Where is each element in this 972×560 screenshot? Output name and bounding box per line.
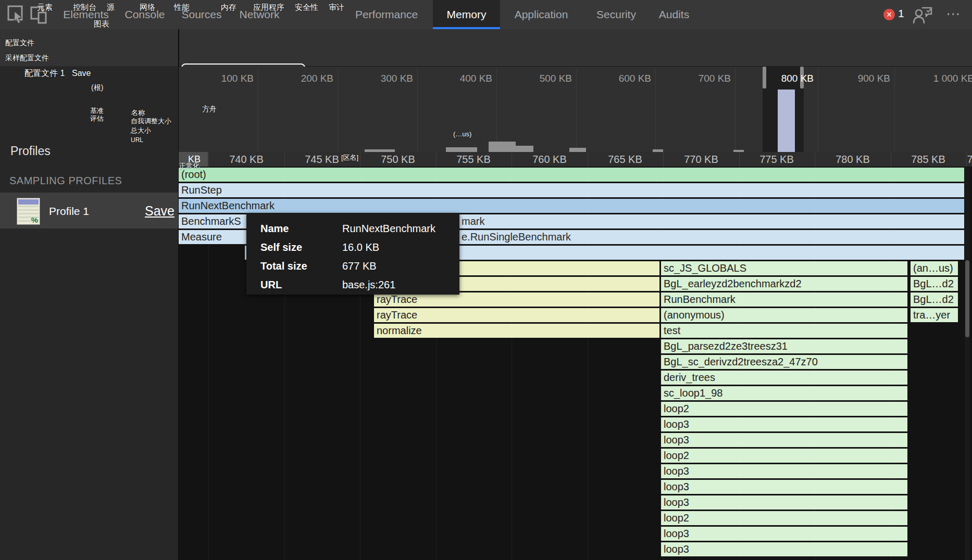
translation-label: URL xyxy=(131,136,143,144)
overview-gridline xyxy=(655,69,656,152)
translation-label: 网络 xyxy=(140,3,155,11)
devtools-window: ElementsConsoleSourcesNetworkPerformance… xyxy=(0,0,972,560)
flame-bar-bgl-sc-derivzd2treesza2-47z70[interactable]: BgL_sc_derivzd2treesza2_47z70 xyxy=(661,355,907,369)
tooltip-totalsize-label: Total size xyxy=(260,260,307,272)
flame-bar-anonymous[interactable]: (anonymous) xyxy=(661,308,907,322)
flame-scrollbar-thumb[interactable] xyxy=(965,260,969,337)
overview-memory-bar xyxy=(569,148,586,152)
overview-tick-200-kb: 200 KB xyxy=(266,73,333,84)
tooltip-totalsize-value: 677 KB xyxy=(342,256,377,276)
ruler-label-7: 7 xyxy=(931,154,972,166)
ruler-label-775-kb: 775 KB xyxy=(738,154,816,166)
tab-memory[interactable]: Memory xyxy=(433,0,500,29)
tooltip-name-value: RunNextBenchmark xyxy=(342,219,435,238)
tab-audits[interactable]: Audits xyxy=(650,0,698,29)
ruler-label-750-kb: 750 KB xyxy=(359,154,437,166)
translation-label: (根) xyxy=(91,83,103,93)
flame-chart-ruler: KB 740 KB745 KB750 KB755 KB760 KB765 KB7… xyxy=(179,152,972,167)
profile-icon-header xyxy=(18,199,39,205)
tab-performance[interactable]: Performance xyxy=(345,0,428,29)
ruler-label-740-kb: 740 KB xyxy=(207,154,285,166)
flame-scrollbar-track[interactable] xyxy=(965,168,970,560)
feedback-person-icon[interactable] xyxy=(913,6,932,24)
flame-bar-loop3[interactable]: loop3 xyxy=(661,542,907,556)
overview-gridline xyxy=(818,69,818,152)
flame-bar-bgl-d2[interactable]: BgL…d2 xyxy=(911,277,958,291)
flame-bar-loop3[interactable]: loop3 xyxy=(661,495,907,510)
overview-memory-bar xyxy=(516,146,533,152)
flame-bar-loop3[interactable]: loop3 xyxy=(661,480,907,494)
flame-bar-sc-js-globals[interactable]: sc_JS_GLOBALS xyxy=(661,261,907,275)
overview-memory-bar xyxy=(489,142,516,152)
overlay-label: (…us) xyxy=(453,130,471,138)
flame-bar-root[interactable]: (root) xyxy=(179,168,964,182)
translation-label: [区名] xyxy=(341,153,358,162)
more-menu-icon[interactable]: ⋯ xyxy=(946,5,962,22)
inspect-icon[interactable] xyxy=(7,5,25,24)
translation-label: 配置文件 xyxy=(5,39,34,47)
flame-bar-loop3[interactable]: loop3 xyxy=(661,433,907,447)
ruler-label-770-kb: 770 KB xyxy=(662,154,740,166)
tooltip-row: Self size 16.0 KB xyxy=(260,237,454,257)
flame-bar-normalize[interactable]: normalize xyxy=(374,324,659,338)
flame-bar-bgl-earleyzd2benchmarkzd2[interactable]: BgL_earleyzd2benchmarkzd2 xyxy=(661,277,907,291)
flame-bar-loop2[interactable]: loop2 xyxy=(661,402,907,416)
translation-label: 图表 xyxy=(94,19,109,28)
translation-label: 控制台 xyxy=(73,3,96,11)
tab-security[interactable]: Security xyxy=(588,0,645,29)
tooltip-selfsize-value: 16.0 KB xyxy=(342,237,379,257)
flame-bar-test[interactable]: test xyxy=(661,324,907,338)
flame-bar-an-us[interactable]: (an…us) xyxy=(911,261,958,275)
profile-icon: % xyxy=(17,198,40,225)
overview-tick-700-kb: 700 KB xyxy=(663,73,731,84)
flame-bar-runnextbenchmark[interactable]: RunNextBenchmark xyxy=(179,199,964,213)
tab-application[interactable]: Application xyxy=(503,0,579,29)
profiles-sidebar: Profiles SAMPLING PROFILES % Profile 1 S… xyxy=(0,66,178,560)
sampling-profiles-header: SAMPLING PROFILES xyxy=(9,175,122,187)
flame-bar-runbenchmark[interactable]: RunBenchmark xyxy=(661,292,907,307)
overview-tick-100-kb: 100 KB xyxy=(186,73,254,84)
overlay-label: 方舟 xyxy=(202,105,217,113)
overview-gridline xyxy=(735,69,736,152)
translation-label: 评估 xyxy=(90,114,104,123)
overview-tick-400-kb: 400 KB xyxy=(425,73,492,84)
error-badge[interactable]: ✕ xyxy=(883,9,895,20)
translation-label: 源 xyxy=(107,3,115,11)
overview-gridline xyxy=(258,69,258,152)
overview-tick-1-000-kb: 1 000 KB xyxy=(906,73,972,84)
save-profile-link[interactable]: Save xyxy=(145,203,175,219)
tooltip-row: URL base.js:261 xyxy=(260,275,454,295)
flame-bar-text-fragment: mark xyxy=(462,214,484,228)
flame-bar-runstep[interactable]: RunStep xyxy=(179,183,964,197)
translation-label: 采样配置文件 xyxy=(5,54,49,62)
frame-details-tooltip: Name RunNextBenchmark Self size 16.0 KB … xyxy=(246,213,459,295)
overview-memory-bar xyxy=(446,147,477,152)
translation-label: 正常化 xyxy=(179,161,200,170)
overview-tick-500-kb: 500 KB xyxy=(504,73,572,84)
flame-bar-loop2[interactable]: loop2 xyxy=(661,449,907,463)
ruler-label-765-kb: 765 KB xyxy=(586,154,664,166)
flame-bar-loop3[interactable]: loop3 xyxy=(661,527,907,541)
tooltip-url-label: URL xyxy=(260,279,282,290)
flame-bar-bgl-parsezd2ze3treesz31[interactable]: BgL_parsezd2ze3treesz31 xyxy=(661,339,907,353)
flame-bar-bgl-d2[interactable]: BgL…d2 xyxy=(911,292,958,307)
overview-gridline xyxy=(894,69,895,152)
translation-label: 应用程序 xyxy=(253,3,284,11)
flame-bar-loop3[interactable]: loop3 xyxy=(661,417,907,431)
flame-bar-loop2[interactable]: loop2 xyxy=(661,511,907,525)
flame-bar-sc-loop1-98[interactable]: sc_loop1_98 xyxy=(661,386,907,400)
overview-tick-600-kb: 600 KB xyxy=(583,73,651,84)
profile-name: Profile 1 xyxy=(49,205,89,218)
flame-bar-loop3[interactable]: loop3 xyxy=(661,464,907,478)
translation-label: 内存 xyxy=(221,3,236,11)
flame-bar-raytrace[interactable]: rayTrace xyxy=(374,308,659,322)
overview-gridline xyxy=(417,69,418,152)
translation-label: 总大小 xyxy=(131,126,151,135)
overview-gridline xyxy=(576,69,577,152)
flame-bar-tra-yer[interactable]: tra…yer xyxy=(911,308,958,322)
flame-bar-raytrace[interactable]: rayTrace xyxy=(374,292,659,307)
overview-tick-800-kb: 800 KB xyxy=(746,73,814,84)
memory-overview-pane[interactable]: 100 KB200 KB300 KB400 KB500 KB600 KB700 … xyxy=(179,67,972,152)
tooltip-selfsize-label: Self size xyxy=(260,241,302,253)
flame-bar-deriv-trees[interactable]: deriv_trees xyxy=(661,371,907,385)
